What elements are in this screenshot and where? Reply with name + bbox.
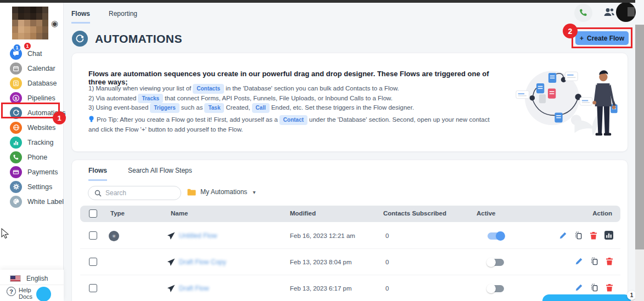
sidebar-item-label: Tracking (27, 139, 53, 146)
row-checkbox[interactable] (89, 258, 97, 266)
folder-selector[interactable]: My Automations ▾ (187, 188, 255, 196)
phone-handset-icon (579, 8, 588, 18)
active-toggle-on[interactable] (488, 232, 504, 240)
search-input-wrap (88, 186, 181, 200)
col-modified: Modified (290, 210, 316, 217)
tab-table-flows[interactable]: Flows (88, 167, 107, 181)
phone-icon (10, 151, 22, 163)
payments-icon (10, 166, 22, 178)
scrollbar-thumb[interactable] (635, 25, 644, 249)
svg-text:$: $ (15, 95, 18, 100)
help-beacon-icon[interactable] (36, 287, 51, 301)
sidebar-item-database[interactable]: Database (0, 76, 64, 90)
flows-info-card: Flows are automation sequences you creat… (71, 53, 628, 152)
info-line2: 2) Via automated (88, 95, 136, 101)
row-checkbox[interactable] (89, 284, 97, 292)
help-question-icon: ? (7, 287, 16, 296)
pro-tip: Pro Tip: After you create a Flow go test… (88, 115, 497, 134)
flow-name-link[interactable]: Draft Flow Copy (179, 258, 226, 266)
sidebar-item-pipelines[interactable]: $ Pipelines (0, 90, 64, 105)
help-link[interactable]: ? Help Docs (0, 287, 64, 300)
select-all-checkbox[interactable] (89, 209, 97, 218)
send-flow-icon (167, 258, 175, 266)
delete-trash-icon[interactable] (590, 231, 597, 240)
sidebar-item-label: Pipelines (27, 94, 55, 102)
create-flow-button[interactable]: + Create Flow (575, 31, 629, 45)
folder-icon (187, 189, 196, 196)
task-pill[interactable]: Task (204, 103, 224, 113)
row-checkbox[interactable] (89, 231, 97, 240)
edit-pencil-icon[interactable] (559, 231, 567, 240)
table-row: Draft Flow Feb 13, 2023 6:17 pm 0 (80, 275, 620, 301)
contacts-button[interactable] (602, 7, 615, 20)
table-row: Draft Flow Copy Feb 13, 2023 8:04 pm 0 (80, 249, 620, 275)
sidebar-nav: 1 1 Chat Calendar Database (0, 46, 64, 209)
contacts-count: 0 (385, 285, 389, 292)
call-pill[interactable]: Call (252, 103, 270, 113)
chat-unread-badge-blue: 1 (13, 44, 21, 52)
col-name: Name (171, 210, 188, 217)
stats-icon[interactable] (604, 231, 613, 240)
sidebar-item-label: Chat (27, 50, 42, 58)
triggers-pill[interactable]: Triggers (150, 103, 179, 113)
sidebar-item-phone[interactable]: Phone (0, 150, 64, 164)
page-title-row: AUTOMATIONS (72, 31, 182, 47)
sidebar-item-calendar[interactable]: Calendar (0, 61, 64, 76)
tab-flows[interactable]: Flows (71, 10, 90, 24)
chat-icon: 1 1 (10, 48, 22, 60)
language-selector[interactable]: English (0, 272, 64, 285)
info-lines: 1) Manually when viewing your list ofCon… (88, 84, 511, 113)
sidebar-item-label: Payments (27, 168, 58, 176)
tracking-icon (10, 137, 22, 149)
user-avatar[interactable] (12, 7, 48, 39)
language-label: English (26, 275, 48, 282)
col-contacts-subscribed: Contacts Subscribed (383, 210, 446, 217)
copy-icon[interactable] (590, 283, 598, 292)
active-toggle-off[interactable] (488, 259, 504, 266)
tracks-pill[interactable]: Tracks (138, 94, 163, 104)
lightbulb-icon (88, 116, 94, 123)
contacts-pill[interactable]: Contacts (193, 84, 224, 94)
status-indicator-icon[interactable]: ◉ (51, 19, 58, 29)
chat-widget-button[interactable] (542, 294, 631, 301)
info-line3: 3) Using event-based (88, 104, 148, 111)
window-top-strip (0, 0, 635, 3)
dialer-button[interactable] (574, 4, 592, 22)
sidebar-item-label: Database (27, 79, 57, 87)
col-action: Action (592, 210, 612, 217)
chevron-down-icon: ▾ (253, 189, 255, 195)
tab-search-all-flow-steps[interactable]: Search All Flow Steps (128, 167, 192, 181)
help-label: Help (19, 287, 32, 293)
sidebar-item-label: White Label (27, 198, 64, 206)
col-type: Type (110, 210, 125, 217)
chat-unread-badge-red: 1 (24, 42, 31, 50)
modified-date: Feb 13, 2023 6:17 pm (290, 285, 352, 292)
flow-name-link[interactable]: Untitled Flow (179, 232, 217, 240)
delete-trash-icon[interactable] (606, 257, 613, 265)
sidebar-item-label: Settings (27, 183, 52, 191)
modified-date: Feb 13, 2023 8:04 pm (290, 259, 352, 265)
database-icon (10, 77, 22, 89)
folder-label: My Automations (200, 188, 247, 196)
sidebar-item-payments[interactable]: Payments (0, 164, 64, 179)
sidebar-item-chat[interactable]: 1 1 Chat (0, 46, 64, 61)
copy-icon[interactable] (574, 231, 583, 240)
table-tabs: Flows Search All Flow Steps (88, 167, 192, 181)
create-flow-label: Create Flow (587, 35, 624, 42)
send-flow-icon (167, 232, 175, 240)
send-flow-icon (167, 285, 175, 293)
flow-name-link[interactable]: Draft Flow (179, 285, 209, 292)
edit-pencil-icon[interactable] (575, 257, 583, 265)
sidebar-item-settings[interactable]: Settings (0, 179, 64, 194)
flow-designer-illustration (514, 56, 624, 144)
active-toggle-off[interactable] (488, 285, 504, 292)
account-avatar[interactable] (616, 2, 636, 22)
search-input[interactable] (105, 189, 171, 197)
sidebar-item-tracking[interactable]: Tracking (0, 135, 64, 150)
contact-pill[interactable]: Contact (279, 115, 307, 125)
tab-reporting[interactable]: Reporting (109, 10, 137, 24)
edit-pencil-icon[interactable] (575, 283, 583, 292)
delete-trash-icon[interactable] (606, 283, 613, 292)
sidebar-item-white-label[interactable]: White Label (0, 194, 64, 209)
copy-icon[interactable] (590, 257, 598, 265)
